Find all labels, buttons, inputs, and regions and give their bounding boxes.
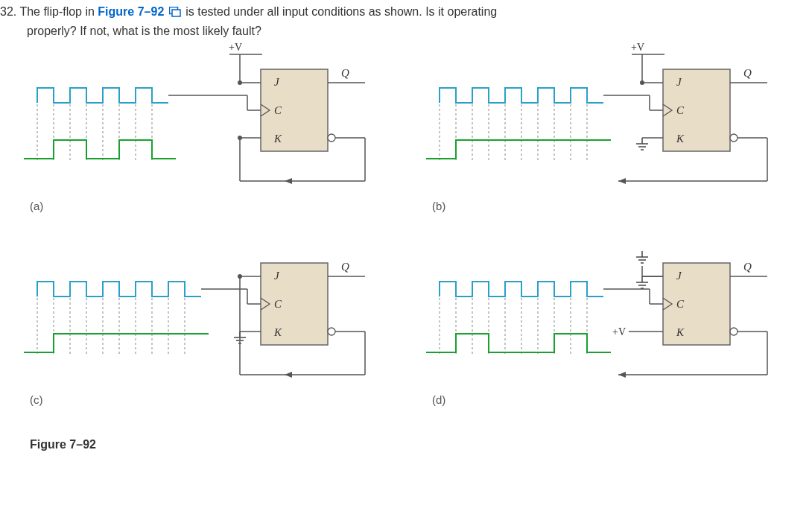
svg-text:K: K [273, 326, 282, 338]
subfigure-label: (d) [432, 393, 445, 406]
svg-point-26 [328, 134, 335, 142]
svg-text:C: C [676, 104, 685, 116]
subfigure-label: (c) [30, 393, 43, 406]
q-text-1: The flip-flop in [19, 5, 98, 18]
svg-text:C: C [274, 298, 282, 310]
svg-rect-108 [663, 263, 730, 345]
svg-text:C: C [274, 104, 282, 116]
svg-text:Q: Q [341, 261, 349, 273]
svg-point-127 [730, 328, 738, 335]
svg-rect-1 [172, 10, 180, 16]
figure-caption: Figure 7–92 [30, 438, 96, 451]
svg-text:K: K [676, 326, 685, 338]
svg-point-52 [640, 80, 644, 85]
svg-text:+V: +V [631, 43, 644, 53]
subfigure-label: (a) [30, 200, 43, 212]
q-text-2: is tested under all input conditions as … [185, 5, 497, 18]
svg-text:Q: Q [341, 67, 349, 79]
subfigure-c: JCKQ(c) [15, 237, 402, 423]
subfigure-a: JCK+VQ(a) [15, 43, 402, 229]
svg-point-60 [730, 134, 738, 142]
svg-text:+V: +V [612, 326, 626, 337]
q-line2: properly? If not, what is the most likel… [0, 22, 812, 40]
svg-rect-13 [261, 69, 328, 151]
svg-text:Q: Q [743, 67, 752, 79]
svg-text:K: K [676, 133, 685, 145]
svg-point-21 [238, 80, 242, 85]
subfigure-d: JCK+VQ(d) [417, 237, 805, 423]
svg-rect-77 [261, 263, 328, 345]
figure-area: JCK+VQ(a) JCK+VQ(b) JCKQ(c) JCK+VQ(d) Fi… [0, 43, 812, 460]
svg-text:+V: +V [229, 43, 242, 53]
question-text: 32. The flip-flop in Figure 7–92 is test… [0, 0, 812, 43]
multimedia-icon [169, 4, 181, 22]
svg-text:K: K [273, 133, 282, 145]
svg-point-90 [328, 328, 335, 335]
svg-text:Q: Q [743, 261, 752, 273]
subfigure-label: (b) [432, 200, 445, 212]
subfigure-b: JCK+VQ(b) [417, 43, 805, 229]
question-number: 32. [0, 5, 16, 18]
svg-rect-44 [663, 69, 730, 151]
figure-ref-text: Figure 7–92 [98, 5, 164, 18]
svg-text:C: C [676, 298, 685, 310]
figure-reference-link[interactable]: Figure 7–92 [98, 5, 185, 18]
